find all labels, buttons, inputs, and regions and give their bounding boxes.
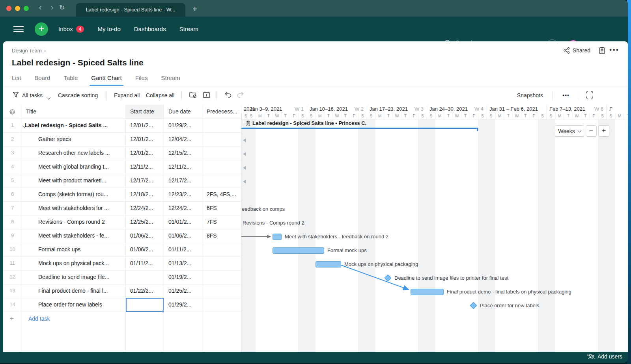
table-row[interactable]: 10Formal mock ups01/06/2...01/11/2... [3,243,241,257]
fullscreen-icon[interactable] [586,91,593,98]
column-header-predecessors[interactable]: Predecess... [207,108,237,115]
timescale-select[interactable]: Weeks [555,125,584,137]
hide-completed-icon[interactable] [189,91,197,98]
clipboard-icon[interactable] [599,47,605,54]
table-row[interactable]: 12Deadline to send image file...01/19/2.… [3,271,241,284]
predecessor-cell[interactable]: 2FS, 4FS,... [207,191,240,197]
table-row[interactable]: 8Revisions - Comps round 212/25/2...01/0… [3,215,241,229]
cascade-sorting-button[interactable]: Cascade sorting [58,92,98,98]
start-date-cell[interactable]: 01/22/2... [130,288,162,294]
table-row[interactable]: 1Label redesign - Spiced Salts ...12/01/… [3,119,241,133]
task-title-cell[interactable]: Meet with global branding t... [38,163,124,170]
task-bar[interactable] [411,289,444,295]
tab-board[interactable]: Board [34,74,50,86]
filter-funnel-icon[interactable] [13,91,19,98]
gantt-body[interactable]: Label redesign - Spiced Salts line • Pri… [241,119,628,352]
milestone-diamond[interactable] [470,302,477,309]
nav-item-my-todo[interactable]: My to-do [97,26,120,32]
task-title-cell[interactable]: Label redesign - Spiced Salts ... [25,122,124,128]
add-task-row[interactable]: +Add task [3,312,241,326]
table-row[interactable]: 14Place order for new labels01/29/2... [3,298,241,312]
toolbar-more-button[interactable]: ••• [562,92,569,98]
expand-all-button[interactable]: Expand all [114,92,140,98]
offscreen-task-indicator[interactable] [243,166,246,170]
start-date-cell[interactable]: 12/25/2... [130,219,162,225]
tab-stream[interactable]: Stream [161,74,180,86]
table-row[interactable]: 11Mock ups on physical pack...01/11/2...… [3,257,241,271]
task-title-cell[interactable]: Meet with stakeholders for ... [38,205,124,211]
add-users-button[interactable]: Add users [587,353,622,360]
collapse-all-button[interactable]: Collapse all [146,92,174,98]
start-date-cell[interactable]: 12/01/2... [130,136,162,142]
task-title-cell[interactable]: Mock ups on physical pack... [38,260,124,266]
table-row[interactable]: 13Final product demo - final l...01/22/2… [3,284,241,298]
task-title-cell[interactable]: Place order for new labels [38,301,124,308]
column-settings-gear-icon[interactable] [9,109,15,115]
column-header-start-date[interactable]: Start date [130,108,154,115]
table-row[interactable]: 9Meet with stakeholders - fe...01/06/2..… [3,229,241,243]
table-row[interactable]: 3Research other new labels ...12/01/2...… [3,147,241,160]
selected-cell[interactable] [126,298,164,312]
project-duration-bar[interactable] [241,128,478,129]
task-title-cell[interactable]: Gather specs [38,136,124,142]
due-date-cell[interactable]: 12/11/2... [168,163,204,170]
predecessor-cell[interactable]: 7FS [207,219,240,225]
create-button[interactable]: + [35,22,48,36]
due-date-cell[interactable]: 12/04/2... [168,136,204,142]
forward-button[interactable]: › [47,3,57,12]
offscreen-task-indicator[interactable] [243,180,246,184]
table-row[interactable]: 6Comps (sketch format) rou...12/18/2...1… [3,188,241,202]
column-header-title[interactable]: Title [26,108,36,115]
task-title-cell[interactable]: Final product demo - final l... [38,288,124,294]
breadcrumb[interactable]: Design Team› [12,48,46,54]
start-date-cell[interactable]: 12/01/2... [130,122,162,128]
task-bar[interactable] [273,247,324,254]
tab-list[interactable]: List [12,74,21,86]
offscreen-task-indicator[interactable] [243,138,246,142]
table-row[interactable]: 4Meet with global branding t...12/11/2..… [3,160,241,174]
new-tab-button[interactable]: + [189,3,201,15]
undo-button[interactable] [224,91,232,98]
predecessor-cell[interactable]: 6FS [207,205,240,211]
zoom-out-button[interactable]: − [586,125,597,137]
more-options-button[interactable]: ••• [609,46,619,54]
snapshots-button[interactable]: Snapshots [517,92,543,98]
start-date-cell[interactable]: 12/11/2... [130,163,162,170]
due-date-cell[interactable]: 01/29/2... [168,122,204,128]
add-task-button[interactable]: Add task [28,316,50,322]
due-date-cell[interactable]: 12/17/2... [168,177,204,184]
start-date-cell[interactable]: 12/24/2... [130,205,162,211]
redo-button[interactable] [237,91,245,98]
due-date-cell[interactable]: 12/24/2... [168,205,204,211]
table-row[interactable]: 7Meet with stakeholders for ...12/24/2..… [3,202,241,215]
shared-button[interactable]: Shared [564,47,590,54]
due-date-cell[interactable]: 01/13/2... [168,260,204,266]
start-date-cell[interactable]: 12/01/2... [130,150,162,156]
task-title-cell[interactable]: Comps (sketch format) rou... [38,191,124,197]
start-date-cell[interactable]: 12/18/2... [130,191,162,197]
task-title-cell[interactable]: Meet with stakeholders - fe... [38,232,124,239]
tab-table[interactable]: Table [63,74,78,86]
table-row[interactable]: 5Meet with product marketi...12/17/2...1… [3,174,241,188]
due-date-cell[interactable]: 01/01/2... [168,219,204,225]
task-bar[interactable] [273,234,282,240]
minimize-window-button[interactable] [15,6,20,11]
back-button[interactable]: ‹ [35,3,45,12]
zoom-in-button[interactable]: + [598,125,609,137]
due-date-cell[interactable]: 01/06/2... [168,232,204,239]
task-bar[interactable] [316,261,341,267]
offscreen-task-indicator[interactable] [243,152,246,156]
task-title-cell[interactable]: Meet with product marketi... [38,177,124,184]
table-row[interactable]: 2Gather specs12/01/2...12/04/2... [3,133,241,147]
start-date-cell[interactable]: 01/06/2... [130,246,162,253]
maximize-window-button[interactable] [24,6,29,11]
tab-files[interactable]: Files [135,74,148,86]
start-date-cell[interactable]: 01/11/2... [130,260,162,266]
tab-gantt-chart[interactable]: Gantt Chart [91,74,122,86]
task-title-cell[interactable]: Formal mock ups [38,246,124,253]
start-date-cell[interactable]: 12/17/2... [130,177,162,184]
due-date-cell[interactable]: 01/11/2... [168,246,204,253]
close-window-button[interactable] [6,6,11,11]
task-title-cell[interactable]: Deadline to send image file... [38,274,124,280]
start-date-cell[interactable]: 01/06/2... [130,232,162,239]
